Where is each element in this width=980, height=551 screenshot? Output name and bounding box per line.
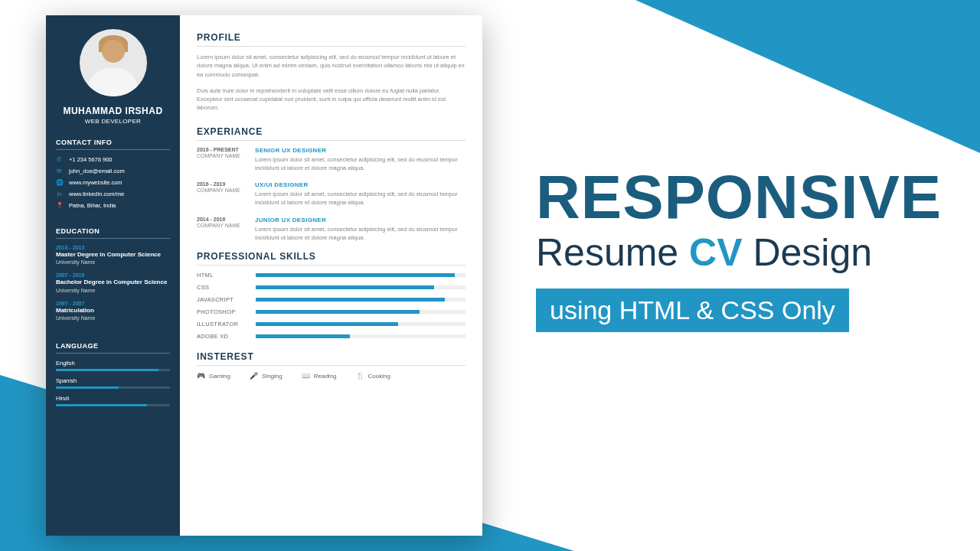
skill-item: ILLUSTRATOR — [197, 321, 466, 328]
skill-bar — [256, 334, 466, 338]
skill-item: ADOBE XD — [197, 333, 466, 340]
interest-heading: INSTEREST — [197, 351, 466, 366]
skill-name: CSS — [197, 284, 247, 291]
exp-desc: Lorem ipsum dolor sit amet, consectetur … — [255, 190, 466, 207]
mic-icon: 🎤 — [250, 372, 258, 380]
contact-item: ✉john_doe@email.com — [56, 168, 170, 174]
exp-title: JUNIOR UX DESIGNER — [255, 217, 466, 223]
cook-icon: 🍴 — [356, 372, 364, 380]
interest-text: Singing — [262, 373, 283, 380]
book-icon: 📖 — [302, 372, 310, 380]
interest-item: 🎤Singing — [250, 372, 283, 380]
experience-item: 2019 - PRESENTCOMPANY NAMESENIOR UX DESI… — [197, 147, 466, 173]
globe-icon: 🌐 — [56, 179, 63, 186]
exp-company: COMPANY NAME — [197, 153, 244, 158]
experience-item: 2014 - 2016COMPANY NAMEJUNIOR UX DESIGNE… — [197, 217, 466, 243]
profile-heading: PROFILE — [197, 32, 466, 47]
profile-text-1: Lorem ipsum dolor sit amet, consectetur … — [197, 53, 466, 79]
skill-item: CSS — [197, 284, 466, 291]
interest-item: 📖Reading — [302, 372, 337, 380]
edu-date: 1997 - 2007 — [56, 301, 170, 306]
skill-name: ILLUSTRATOR — [197, 321, 247, 328]
skill-item: PHOTOSHOP — [197, 308, 466, 315]
lang-bar — [56, 404, 170, 406]
lang-bar — [56, 369, 170, 371]
lang-name: Spanish — [56, 377, 170, 384]
skills-heading: PROFESSIONAL SKILLS — [197, 251, 466, 266]
experience-item: 2016 - 2019COMPANY NAMEUX/UI DESIGNERLor… — [197, 181, 466, 207]
person-role: WEB DEVELOPER — [56, 118, 170, 125]
skill-name: JAVASCRIPT — [197, 296, 247, 303]
skill-bar — [256, 322, 466, 326]
promo-line-3: using HTML & CSS Only — [536, 289, 849, 332]
mail-icon: ✉ — [56, 168, 63, 174]
contact-text: +1 234 5678 900 — [69, 156, 113, 163]
resume-card: MUHAMMAD IRSHAD WEB DEVELOPER CONTACT IN… — [46, 15, 482, 536]
contact-text: john_doe@email.com — [69, 168, 125, 174]
education-item: 1997 - 2007MatriculationUniversity Name — [56, 301, 170, 321]
promo-line-2: Resume CV Design — [536, 230, 934, 275]
skill-bar — [256, 285, 466, 289]
experience-heading: EXPERIANCE — [197, 126, 466, 141]
phone-icon: ✆ — [56, 156, 63, 163]
lang-name: Hindi — [56, 395, 170, 402]
lang-bar — [56, 386, 170, 389]
interest-item: 🍴Cooking — [356, 372, 390, 380]
contact-item: inwww.linkedin.com/me — [56, 191, 170, 197]
skill-name: HTML — [197, 272, 247, 279]
contact-item: ✆+1 234 5678 900 — [56, 156, 170, 163]
exp-date: 2016 - 2019 — [197, 181, 244, 187]
edu-date: 2007 - 2010 — [56, 272, 170, 278]
skill-bar — [256, 310, 466, 314]
language-heading: LANGUAGE — [56, 342, 170, 354]
education-item: 2010 - 2013Master Degree in Computer Sci… — [56, 245, 170, 265]
skill-bar — [256, 273, 466, 277]
edu-university: University Name — [56, 288, 170, 293]
person-name: MUHAMMAD IRSHAD — [56, 106, 170, 116]
edu-degree: Master Degree in Computer Science — [56, 251, 170, 259]
avatar — [80, 29, 147, 96]
skill-name: PHOTOSHOP — [197, 308, 247, 315]
exp-title: UX/UI DESIGNER — [255, 181, 466, 188]
edu-degree: Matriculation — [56, 307, 170, 315]
interest-item: 🎮Gaming — [197, 372, 230, 380]
exp-desc: Lorem ipsum dolor sit amet, consectetur … — [255, 225, 466, 243]
pin-icon: 📍 — [56, 202, 63, 209]
edu-date: 2010 - 2013 — [56, 245, 170, 250]
edu-degree: Bachelor Degree in Computer Science — [56, 279, 170, 286]
education-heading: EDUCATION — [56, 227, 170, 239]
profile-text-2: Duis aute irure dolor in reprehenderit i… — [197, 86, 466, 112]
exp-company: COMPANY NAME — [197, 187, 244, 193]
language-item: English — [56, 360, 170, 371]
skill-item: HTML — [197, 272, 466, 279]
lang-name: English — [56, 360, 170, 367]
exp-date: 2014 - 2016 — [197, 217, 244, 222]
contact-heading: CONTACT INFO — [56, 139, 170, 150]
promo-line-1: RESPONSIVE — [536, 168, 934, 227]
skill-name: ADOBE XD — [197, 333, 247, 340]
skill-bar — [256, 298, 466, 302]
contact-item: 🌐www.mywebsite.com — [56, 179, 170, 186]
exp-date: 2019 - PRESENT — [197, 147, 244, 152]
exp-desc: Lorem ipsum dolor sit amet, consectetur … — [255, 155, 466, 173]
interest-text: Reading — [314, 373, 337, 380]
interest-text: Gaming — [209, 373, 230, 380]
resume-sidebar: MUHAMMAD IRSHAD WEB DEVELOPER CONTACT IN… — [46, 15, 180, 536]
edu-university: University Name — [56, 315, 170, 321]
resume-main: PROFILE Lorem ipsum dolor sit amet, cons… — [180, 15, 482, 536]
contact-text: Patna, Bihar, India — [69, 202, 116, 209]
language-item: Hindi — [56, 395, 170, 406]
interest-text: Cooking — [368, 373, 390, 380]
skill-item: JAVASCRIPT — [197, 296, 466, 303]
exp-company: COMPANY NAME — [197, 223, 244, 228]
contact-text: www.mywebsite.com — [69, 179, 122, 186]
contact-item: 📍Patna, Bihar, India — [56, 202, 170, 209]
education-item: 2007 - 2010Bachelor Degree in Computer S… — [56, 272, 170, 292]
game-icon: 🎮 — [197, 372, 205, 380]
exp-title: SENIOR UX DESIGNER — [255, 147, 466, 154]
language-item: Spanish — [56, 377, 170, 389]
linkedin-icon: in — [56, 191, 63, 197]
edu-university: University Name — [56, 259, 170, 265]
promo-text: RESPONSIVE Resume CV Design using HTML &… — [536, 168, 934, 332]
contact-text: www.linkedin.com/me — [69, 191, 124, 197]
